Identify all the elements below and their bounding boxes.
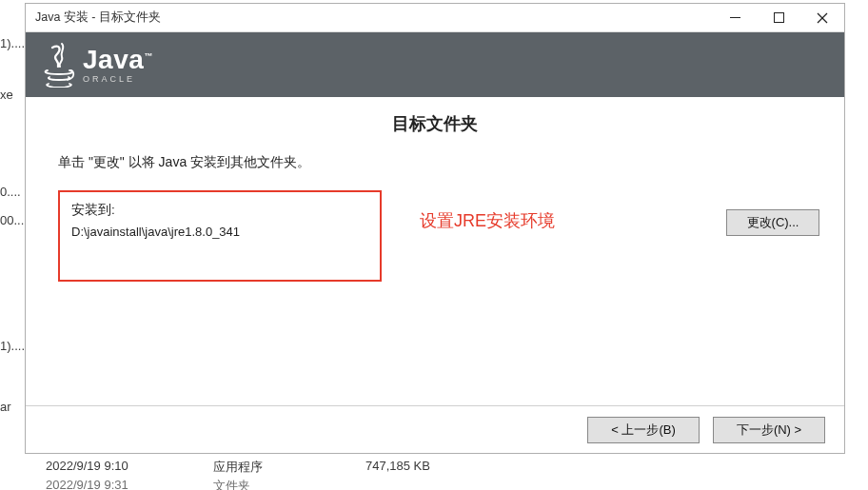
java-wordmark: Java™ (83, 47, 153, 73)
section-title: 目标文件夹 (45, 112, 825, 135)
java-cup-icon (43, 42, 75, 88)
close-button[interactable] (800, 4, 844, 31)
bg-type: 文件夹 (213, 478, 250, 490)
bg-date: 2022/9/19 9:10 (46, 459, 213, 476)
java-logo: Java™ ORACLE (43, 42, 153, 88)
header-banner: Java™ ORACLE (26, 32, 844, 97)
minimize-button[interactable] (713, 4, 757, 31)
installer-window: Java 安装 - 目标文件夹 (25, 3, 845, 454)
annotation-overlay: 设置JRE安装环境 (420, 209, 707, 232)
minimize-icon (730, 12, 740, 23)
bg-date: 2022/9/19 9:31 (46, 478, 213, 490)
bg-text: 00... (0, 213, 24, 227)
install-path-box: 安装到: D:\javainstall\java\jre1.8.0_341 (58, 190, 382, 282)
bg-size: 747,185 KB (365, 459, 430, 476)
footer-bar: < 上一步(B) 下一步(N) > (26, 405, 844, 453)
content-area: 目标文件夹 单击 "更改" 以将 Java 安装到其他文件夹。 安装到: D:\… (26, 97, 844, 405)
install-path-row: 安装到: D:\javainstall\java\jre1.8.0_341 设置… (58, 190, 825, 282)
svg-rect-1 (774, 13, 783, 23)
oracle-wordmark: ORACLE (83, 75, 153, 84)
bg-text: ar (0, 400, 11, 414)
caption-buttons (713, 4, 844, 31)
bg-file-row: 2022/9/19 9:10 应用程序 747,185 KB (46, 459, 430, 476)
titlebar: Java 安装 - 目标文件夹 (26, 4, 844, 32)
bg-type: 应用程序 (213, 459, 365, 476)
instruction-text: 单击 "更改" 以将 Java 安装到其他文件夹。 (58, 154, 825, 171)
window-title: Java 安装 - 目标文件夹 (35, 10, 713, 26)
close-icon (817, 12, 828, 24)
maximize-button[interactable] (757, 4, 800, 31)
next-button[interactable]: 下一步(N) > (713, 417, 825, 443)
change-button[interactable]: 更改(C)... (726, 209, 819, 236)
bg-file-row: 2022/9/19 9:31 文件夹 (46, 478, 250, 490)
install-path-value: D:\javainstall\java\jre1.8.0_341 (71, 225, 368, 239)
back-button[interactable]: < 上一步(B) (587, 417, 700, 443)
bg-text: 0.... (0, 185, 21, 199)
maximize-icon (774, 12, 784, 23)
bg-text: 1).... (0, 36, 25, 50)
install-to-label: 安装到: (71, 202, 368, 219)
bg-text: xe (0, 88, 13, 102)
bg-text: 1).... (0, 339, 25, 353)
